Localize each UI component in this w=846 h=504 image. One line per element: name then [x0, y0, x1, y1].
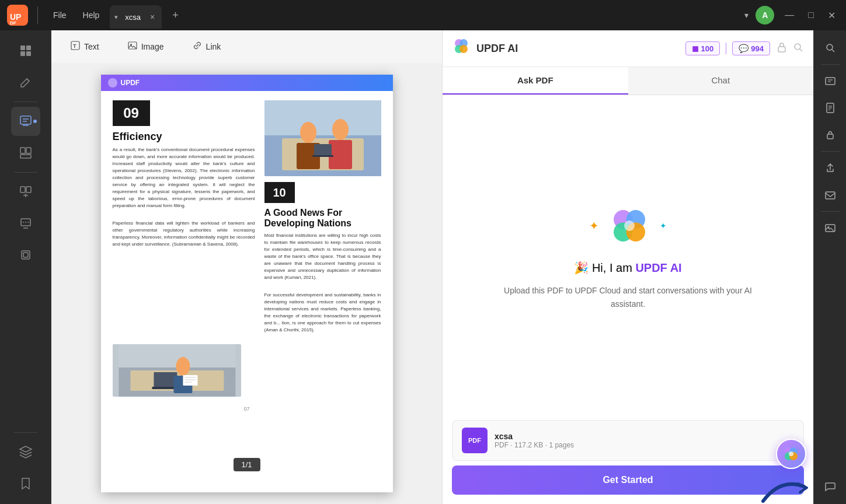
help-menu[interactable]: Help	[77, 8, 106, 22]
pdf-container[interactable]: UPDF 09 Efficiency As a result, the bank…	[51, 63, 442, 504]
get-started-button[interactable]: Get Started	[452, 466, 804, 495]
title-bar: UP DF File Help ▾ xcsa × + ▾ A — □ ✕	[0, 0, 846, 30]
svg-rect-30	[314, 144, 332, 156]
sparkle-right: ✦	[660, 221, 667, 230]
text-tool-button[interactable]: T Text	[63, 37, 106, 57]
svg-line-56	[832, 50, 834, 52]
search-header-icon[interactable]	[792, 41, 804, 56]
sparkle-left: ✦	[589, 219, 599, 233]
svg-point-26	[300, 122, 316, 143]
svg-rect-18	[23, 253, 28, 257]
right-mail-icon[interactable]	[819, 183, 842, 206]
pdf-page: UPDF 09 Efficiency As a result, the bank…	[101, 75, 393, 492]
sidebar-item-protect[interactable]	[11, 240, 40, 270]
sidebar-item-organize[interactable]	[11, 138, 40, 167]
sidebar-item-edit[interactable]	[11, 68, 40, 97]
avatar[interactable]: A	[756, 6, 774, 24]
svg-rect-47	[778, 47, 785, 52]
svg-text:T: T	[73, 43, 76, 49]
right-search-icon[interactable]	[819, 36, 842, 60]
image-tool-button[interactable]: Image	[120, 37, 171, 57]
tab-dropdown-icon[interactable]: ▾	[114, 13, 118, 21]
link-tool-icon	[192, 40, 203, 53]
svg-point-55	[827, 44, 833, 50]
sidebar-item-layers[interactable]	[11, 438, 40, 467]
right-share-icon[interactable]	[819, 156, 842, 180]
right-image-save-icon[interactable]	[819, 216, 842, 240]
image-tool-icon	[127, 40, 138, 53]
right-chat-icon[interactable]	[819, 475, 842, 498]
svg-rect-39	[183, 375, 197, 386]
main-content: T Text Image	[0, 30, 846, 504]
pdf-header: UPDF	[101, 75, 393, 91]
right-ocr-icon[interactable]	[819, 69, 842, 93]
right-icon-bar	[813, 30, 846, 504]
new-tab-button[interactable]: +	[169, 9, 182, 22]
svg-rect-7	[20, 116, 31, 124]
sidebar-divider-2	[14, 172, 37, 173]
tab-chat[interactable]: Chat	[628, 67, 814, 94]
credit-value-1: 100	[701, 44, 714, 53]
link-tool-button[interactable]: Link	[185, 37, 228, 57]
minimize-button[interactable]: —	[781, 10, 798, 20]
sidebar-item-thumbnail[interactable]	[11, 36, 40, 65]
lock-icon[interactable]	[776, 41, 788, 56]
right-lock-icon[interactable]	[819, 123, 842, 146]
svg-rect-13	[20, 155, 31, 158]
svg-rect-64	[827, 134, 833, 139]
sidebar-divider-3	[14, 432, 37, 433]
image-tool-label: Image	[141, 42, 164, 51]
tab-close-button[interactable]: ×	[148, 12, 157, 22]
right-page-icon[interactable]	[819, 96, 842, 120]
sidebar-bottom	[11, 430, 40, 498]
arrow-decoration	[757, 475, 810, 504]
pdf-type-icon: PDF	[462, 428, 488, 453]
svg-point-46	[459, 45, 468, 53]
text-tool-icon: T	[70, 40, 81, 53]
get-started-label: Get Started	[603, 475, 653, 485]
ai-header-icons	[776, 41, 804, 56]
ai-tabs: Ask PDF Chat	[443, 67, 813, 95]
svg-rect-29	[329, 140, 352, 169]
ai-logo-icon	[452, 37, 471, 60]
ai-sparkle-area: ✦ ✦	[589, 205, 667, 247]
right-divider-3	[821, 211, 840, 212]
page-number-indicator: 1/1	[233, 458, 260, 471]
app-logo: UP DF	[7, 5, 28, 26]
svg-rect-6	[26, 51, 31, 56]
pdf-text-1: As a result, the bank's conventional doc…	[113, 146, 255, 209]
ai-float-button[interactable]	[776, 439, 806, 469]
sidebar-item-merge[interactable]	[11, 177, 40, 206]
credit-icon-1: ◼	[692, 44, 699, 53]
tab-ask-pdf[interactable]: Ask PDF	[443, 67, 628, 94]
svg-rect-14	[20, 187, 25, 192]
section-title-1: Efficiency	[113, 131, 255, 143]
toolbar: T Text Image	[51, 30, 442, 63]
svg-rect-65	[826, 192, 835, 199]
title-right-controls: ▾ A — □ ✕	[744, 6, 839, 24]
tab-chevron-icon[interactable]: ▾	[744, 10, 748, 20]
sidebar-item-bookmark[interactable]	[11, 469, 40, 498]
credit-value-2: 994	[751, 44, 764, 53]
close-button[interactable]: ✕	[824, 10, 839, 21]
section-title-2: A Good News For Developing Nations	[264, 208, 381, 229]
svg-point-22	[130, 44, 132, 46]
svg-rect-5	[20, 51, 25, 56]
sidebar-item-convert[interactable]	[11, 209, 40, 238]
pdf-section-1: 09 Efficiency As a result, the bank's co…	[113, 100, 381, 334]
svg-rect-3	[20, 46, 25, 50]
active-indicator	[33, 120, 37, 123]
ai-title-text: UPDF AI	[476, 43, 518, 55]
link-tool-label: Link	[206, 42, 221, 51]
text-tool-label: Text	[84, 42, 99, 51]
maximize-button[interactable]: □	[805, 10, 817, 20]
sidebar-item-annotate[interactable]	[11, 107, 40, 136]
tab-area: ▾ xcsa ×	[110, 5, 162, 29]
tab-title: xcsa	[121, 13, 144, 22]
pdf-text-3: Most financial institutions are willing …	[264, 232, 381, 281]
ai-clover-icon	[608, 205, 650, 247]
svg-text:DF: DF	[10, 20, 16, 26]
svg-point-37	[176, 357, 190, 376]
file-menu[interactable]: File	[47, 8, 72, 22]
svg-point-48	[795, 44, 800, 50]
